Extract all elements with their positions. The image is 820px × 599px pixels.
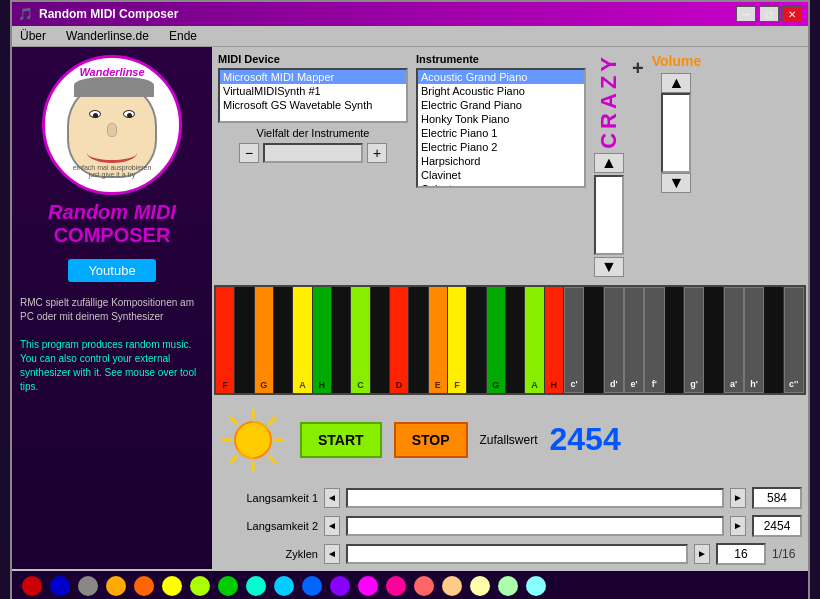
key-label-f1: f' bbox=[652, 379, 657, 389]
piano-key-fs1[interactable] bbox=[665, 287, 684, 393]
instr-item-4[interactable]: Electric Piano 1 bbox=[418, 126, 584, 140]
piano-key-A1[interactable]: A bbox=[293, 287, 312, 393]
piano-key-c2s[interactable] bbox=[764, 287, 783, 393]
piano-key-Gs1[interactable] bbox=[274, 287, 293, 393]
start-button[interactable]: START bbox=[300, 422, 382, 458]
piano-key-A2[interactable]: A bbox=[525, 287, 544, 393]
volume-up-button[interactable]: ▲ bbox=[661, 73, 691, 93]
piano-key-E1[interactable]: E bbox=[429, 287, 448, 393]
instrumente-label: Instrumente bbox=[416, 53, 586, 65]
langsamkeit2-slider[interactable] bbox=[346, 516, 724, 536]
piano-key-D1[interactable]: D bbox=[390, 287, 409, 393]
langsamkeit1-row: Langsamkeit 1 ◄ ► 584 bbox=[218, 487, 802, 509]
youtube-button[interactable]: Youtube bbox=[68, 259, 155, 282]
minimize-button[interactable]: ─ bbox=[736, 6, 756, 22]
instr-item-6[interactable]: Harpsichord bbox=[418, 154, 584, 168]
langsamkeit2-right-arrow[interactable]: ► bbox=[730, 516, 746, 536]
sliders-section: Langsamkeit 1 ◄ ► 584 Langsamkeit 2 ◄ ► … bbox=[212, 483, 808, 569]
menu-ende[interactable]: Ende bbox=[165, 28, 201, 44]
piano-key-Ds1[interactable] bbox=[371, 287, 390, 393]
piano-key-Fs1[interactable] bbox=[235, 287, 254, 393]
piano-key-c2[interactable]: c'' bbox=[784, 287, 804, 393]
piano-key-F1[interactable]: F bbox=[216, 287, 235, 393]
menu-wanderlinse[interactable]: Wanderlinse.de bbox=[62, 28, 153, 44]
right-panel: MIDI Device Microsoft MIDI Mapper Virtua… bbox=[212, 47, 808, 569]
crazy-down-button[interactable]: ▼ bbox=[594, 257, 624, 277]
langsamkeit2-left-arrow[interactable]: ◄ bbox=[324, 516, 340, 536]
menu-uber[interactable]: Über bbox=[16, 28, 50, 44]
piano-key-Fs2[interactable] bbox=[467, 287, 486, 393]
langsamkeit1-left-arrow[interactable]: ◄ bbox=[324, 488, 340, 508]
volume-down-button[interactable]: ▼ bbox=[661, 173, 691, 193]
piano-key-Es1[interactable] bbox=[409, 287, 428, 393]
langsamkeit1-slider[interactable] bbox=[346, 488, 724, 508]
piano-key-Cs1[interactable] bbox=[332, 287, 351, 393]
langsamkeit2-row: Langsamkeit 2 ◄ ► 2454 bbox=[218, 515, 802, 537]
midi-item-1[interactable]: VirtualMIDISynth #1 bbox=[220, 84, 406, 98]
vielfalt-minus-button[interactable]: − bbox=[239, 143, 259, 163]
crazy-slider-area: ▲ ▼ bbox=[594, 153, 624, 277]
piano-keyboard: F G A H C D E F G A H c' d' bbox=[214, 285, 806, 395]
logo-bottom-text: einfach mal ausprobierenjust give it a t… bbox=[52, 164, 172, 178]
piano-key-G1[interactable]: G bbox=[255, 287, 274, 393]
instr-item-7[interactable]: Clavinet bbox=[418, 168, 584, 182]
crazy-up-button[interactable]: ▲ bbox=[594, 153, 624, 173]
dot-0 bbox=[22, 576, 42, 596]
dot-4 bbox=[134, 576, 154, 596]
piano-key-h1[interactable]: h' bbox=[744, 287, 764, 393]
instr-item-1[interactable]: Bright Acoustic Piano bbox=[418, 84, 584, 98]
piano-key-G2[interactable]: G bbox=[487, 287, 506, 393]
midi-device-label: MIDI Device bbox=[218, 53, 408, 65]
key-label-h1: h' bbox=[750, 379, 758, 389]
zyklen-slider[interactable] bbox=[346, 544, 688, 564]
plus-separator: + bbox=[632, 57, 644, 80]
zyklen-left-arrow[interactable]: ◄ bbox=[324, 544, 340, 564]
piano-key-a1[interactable]: a' bbox=[724, 287, 744, 393]
instrumente-section: Instrumente Acoustic Grand Piano Bright … bbox=[416, 53, 586, 188]
volume-slider[interactable] bbox=[661, 93, 691, 173]
vielfalt-slider[interactable] bbox=[263, 143, 363, 163]
title-bar: 🎵 Random MIDI Composer ─ □ ✕ bbox=[12, 2, 808, 26]
piano-key-Gs2[interactable] bbox=[506, 287, 525, 393]
piano-key-f1[interactable]: f' bbox=[644, 287, 664, 393]
zyklen-right-arrow[interactable]: ► bbox=[694, 544, 710, 564]
vielfalt-plus-button[interactable]: + bbox=[367, 143, 387, 163]
close-button[interactable]: ✕ bbox=[782, 6, 802, 22]
piano-key-cs1[interactable] bbox=[584, 287, 603, 393]
window-title: Random MIDI Composer bbox=[39, 7, 178, 21]
crazy-slider[interactable] bbox=[594, 175, 624, 255]
piano-key-d1[interactable]: d' bbox=[604, 287, 624, 393]
key-label-E1: E bbox=[435, 380, 441, 390]
instrumente-listbox[interactable]: Acoustic Grand Piano Bright Acoustic Pia… bbox=[416, 68, 586, 188]
langsamkeit1-right-arrow[interactable]: ► bbox=[730, 488, 746, 508]
svg-line-7 bbox=[269, 417, 276, 424]
piano-key-F2[interactable]: F bbox=[448, 287, 467, 393]
instr-item-0[interactable]: Acoustic Grand Piano bbox=[418, 70, 584, 84]
dot-8 bbox=[246, 576, 266, 596]
piano-key-H1[interactable]: H bbox=[313, 287, 332, 393]
piano-key-g1[interactable]: g' bbox=[684, 287, 704, 393]
zyklen-label: Zyklen bbox=[218, 548, 318, 560]
piano-key-c1[interactable]: c' bbox=[564, 287, 584, 393]
langsamkeit2-value: 2454 bbox=[752, 515, 802, 537]
instr-item-8[interactable]: Celesta bbox=[418, 182, 584, 188]
maximize-button[interactable]: □ bbox=[759, 6, 779, 22]
midi-item-2[interactable]: Microsoft GS Wavetable Synth bbox=[220, 98, 406, 112]
piano-key-gs1[interactable] bbox=[704, 287, 723, 393]
instr-item-5[interactable]: Electric Piano 2 bbox=[418, 140, 584, 154]
instr-item-3[interactable]: Honky Tonk Piano bbox=[418, 112, 584, 126]
key-label-G1: G bbox=[260, 380, 267, 390]
langsamkeit2-label: Langsamkeit 2 bbox=[218, 520, 318, 532]
stop-button[interactable]: STOP bbox=[394, 422, 468, 458]
piano-key-e1[interactable]: e' bbox=[624, 287, 644, 393]
dot-6 bbox=[190, 576, 210, 596]
dot-11 bbox=[330, 576, 350, 596]
midi-item-0[interactable]: Microsoft MIDI Mapper bbox=[220, 70, 406, 84]
piano-key-C1[interactable]: C bbox=[351, 287, 370, 393]
volume-label: Volume bbox=[652, 53, 702, 69]
app-window: 🎵 Random MIDI Composer ─ □ ✕ Über Wander… bbox=[10, 0, 810, 599]
piano-key-H2[interactable]: H bbox=[545, 287, 564, 393]
midi-device-listbox[interactable]: Microsoft MIDI Mapper VirtualMIDISynth #… bbox=[218, 68, 408, 123]
logo-pupil-left bbox=[93, 113, 98, 118]
instr-item-2[interactable]: Electric Grand Piano bbox=[418, 98, 584, 112]
